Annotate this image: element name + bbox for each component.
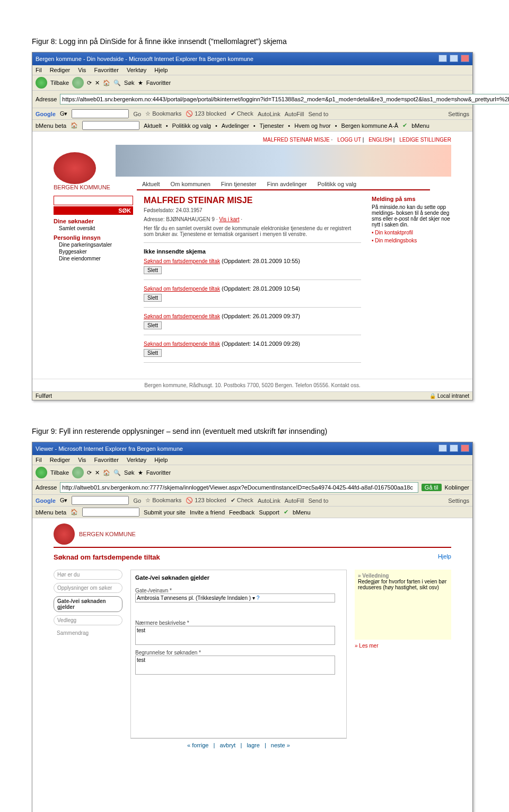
message-box-link[interactable]: • Din meldingsboks: [372, 238, 451, 243]
bmenu-invite[interactable]: Invite a friend: [190, 509, 225, 516]
menu-fil[interactable]: Fil: [36, 67, 42, 73]
delete-button-2[interactable]: Slett: [144, 321, 162, 329]
street-field[interactable]: Ambrosia Tønnesens pl. (Trikkesløyfe Inn…: [135, 593, 335, 603]
close-icon[interactable]: [461, 444, 469, 452]
search-icon[interactable]: 🔍: [113, 469, 121, 476]
favorites-icon[interactable]: ★: [138, 469, 143, 476]
nav-avdelinger[interactable]: Finn avdelinger: [261, 179, 312, 189]
nav-tjenester[interactable]: Finn tjenester: [216, 179, 262, 189]
step-2[interactable]: Gate-/vei søknaden gjelder: [54, 596, 122, 612]
menu-verktoy[interactable]: Verktøy: [127, 67, 146, 73]
minimize-icon[interactable]: [438, 444, 447, 452]
menu-favoritter[interactable]: Favoritter: [94, 67, 118, 73]
goto-button[interactable]: Gå til: [422, 484, 442, 491]
delete-button-3[interactable]: Slett: [144, 349, 162, 357]
side-eiendom[interactable]: Dine eiendommer: [59, 256, 133, 261]
form-link-3[interactable]: Søknad om fartsdempende tiltak: [144, 341, 220, 347]
home-icon[interactable]: 🏠: [103, 469, 110, 476]
bmenu-submit[interactable]: Submit your site: [144, 509, 186, 516]
google-bookmarks[interactable]: ☆ Bookmarks: [145, 497, 181, 504]
url-field2[interactable]: http://altweb01.srv.bergenkom.no:7777/sk…: [60, 482, 418, 493]
google-blocked[interactable]: 🚫 123 blocked: [186, 110, 226, 117]
maximize-icon[interactable]: [450, 444, 458, 452]
minimize-icon[interactable]: [438, 55, 447, 62]
close-icon[interactable]: [461, 55, 469, 62]
bmenu-i2[interactable]: Avdelinger: [222, 123, 249, 129]
forward-icon[interactable]: [72, 77, 84, 89]
bmenu-i5[interactable]: Bergen kommune A-Å: [341, 123, 399, 129]
back-icon[interactable]: [36, 467, 47, 478]
bmenu-menu[interactable]: bMenu: [293, 509, 311, 516]
menu-favoritter[interactable]: Favoritter: [94, 457, 118, 463]
bmenu-support[interactable]: Support: [259, 509, 279, 516]
google-autofill[interactable]: AutoFill: [285, 111, 304, 117]
bmenu-search[interactable]: [82, 508, 139, 517]
google-sendto[interactable]: Send to: [308, 497, 328, 504]
google-blocked[interactable]: 🚫 123 blocked: [186, 497, 226, 504]
bmenu-i3[interactable]: Tjenester: [259, 123, 284, 129]
side-bygg[interactable]: Byggesaker: [59, 249, 133, 255]
url-field[interactable]: https://altweb01.srv.bergenkom.no:4443/p…: [60, 94, 509, 104]
next-button[interactable]: neste »: [271, 742, 290, 748]
stop-icon[interactable]: ✕: [95, 80, 100, 86]
menu-rediger[interactable]: Rediger: [50, 67, 71, 73]
search-input[interactable]: [54, 196, 133, 205]
nav-aktuelt[interactable]: Aktuelt: [137, 179, 165, 189]
form-link-0[interactable]: Søknad om fartsdempende tiltak: [144, 258, 220, 264]
nav-politikk[interactable]: Politikk og valg: [312, 179, 362, 189]
menu-verktoy[interactable]: Verktøy: [127, 457, 146, 463]
menu-vis[interactable]: Vis: [78, 67, 86, 73]
bmenu-i4[interactable]: Hvem og hvor: [294, 123, 330, 129]
delete-button-0[interactable]: Slett: [144, 266, 162, 274]
delete-button-1[interactable]: Slett: [144, 294, 162, 302]
google-check[interactable]: ✔ Check: [231, 110, 253, 117]
step-0[interactable]: Hør er du: [54, 570, 122, 580]
side-parkering[interactable]: Dine parkeringsavtaler: [59, 242, 133, 248]
help-link[interactable]: Hjelp: [438, 550, 451, 564]
google-search-input[interactable]: [72, 109, 129, 118]
refresh-icon[interactable]: ⟳: [87, 80, 92, 86]
user-link[interactable]: MALFRED STEINAR MISJE: [263, 137, 330, 143]
step-4[interactable]: Sammendrag: [54, 628, 122, 638]
save-button[interactable]: lagre: [247, 742, 259, 748]
bmenu-i6[interactable]: bMenu: [411, 123, 429, 129]
google-autolink[interactable]: AutoLink: [258, 111, 280, 117]
form-link-1[interactable]: Søknad om fartsdempende tiltak: [144, 286, 220, 292]
back-icon[interactable]: [36, 77, 47, 89]
read-more-link[interactable]: » Les mer: [355, 643, 451, 649]
google-go[interactable]: Go: [133, 497, 141, 504]
logout-link[interactable]: LOGG UT: [337, 137, 361, 143]
google-autofill[interactable]: AutoFill: [285, 497, 304, 504]
bmenu-i0[interactable]: Aktuelt: [144, 123, 162, 129]
refresh-icon[interactable]: ⟳: [87, 469, 92, 476]
bmenu-feedback[interactable]: Feedback: [229, 509, 254, 516]
menu-rediger[interactable]: Rediger: [50, 457, 71, 463]
google-search-input[interactable]: [72, 496, 129, 505]
search-button[interactable]: SØK: [54, 206, 133, 215]
reason-field[interactable]: test: [135, 656, 335, 675]
map-link[interactable]: Vis i kart: [219, 216, 239, 222]
desc-field[interactable]: test: [135, 626, 335, 645]
forward-icon[interactable]: [72, 467, 84, 478]
menu-fil[interactable]: Fil: [36, 457, 42, 463]
google-settings[interactable]: Settings: [448, 111, 469, 117]
side-samlet[interactable]: Samlet oversikt: [59, 225, 133, 231]
menu-vis[interactable]: Vis: [78, 457, 86, 463]
google-go[interactable]: Go: [133, 111, 141, 117]
stop-icon[interactable]: ✕: [95, 469, 100, 476]
maximize-icon[interactable]: [450, 55, 458, 62]
menu-hjelp[interactable]: Hjelp: [154, 67, 168, 73]
favorites-icon[interactable]: ★: [138, 80, 143, 86]
step-3[interactable]: Vedlegg: [54, 615, 122, 625]
nav-omkommunen[interactable]: Om kommunen: [165, 179, 216, 189]
contact-profile-link[interactable]: • Din kontaktprofil: [372, 230, 451, 235]
google-check[interactable]: ✔ Check: [231, 497, 253, 504]
search-icon[interactable]: 🔍: [113, 80, 121, 86]
menu-hjelp[interactable]: Hjelp: [154, 457, 168, 463]
jobs-link[interactable]: LEDIGE STILLINGER: [399, 137, 451, 143]
home-icon[interactable]: 🏠: [103, 80, 110, 86]
cancel-button[interactable]: avbryt: [220, 742, 235, 748]
google-autolink[interactable]: AutoLink: [258, 497, 280, 504]
form-link-2[interactable]: Søknad om fartsdempende tiltak: [144, 313, 220, 319]
google-settings[interactable]: Settings: [448, 497, 469, 504]
